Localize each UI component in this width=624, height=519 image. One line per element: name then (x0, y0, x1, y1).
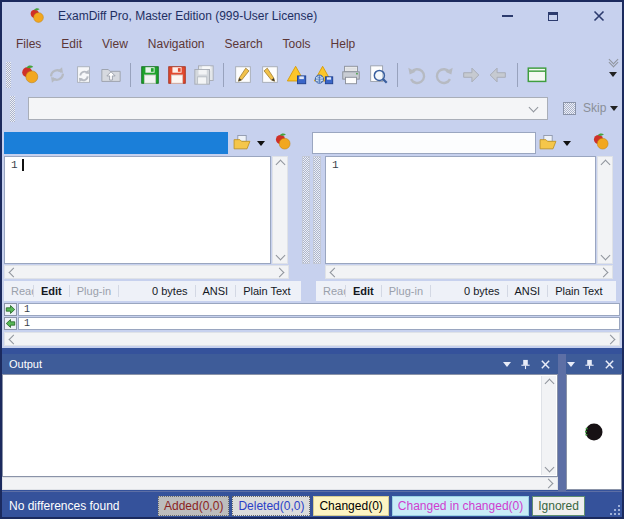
changed-badge[interactable]: Changed(0) (313, 496, 388, 516)
combobox-dropdown-icon[interactable] (529, 102, 539, 112)
toolbar-overflow-button[interactable] (609, 59, 617, 77)
scroll-up-icon[interactable] (600, 160, 610, 170)
title-bar[interactable]: ExamDiff Pro, Master Edition (999-User L… (2, 2, 622, 30)
scroll-up-icon[interactable] (275, 160, 285, 170)
left-editor[interactable]: 1 (4, 156, 271, 264)
left-open-dropdown-icon[interactable] (257, 141, 265, 146)
scroll-up-icon[interactable] (544, 379, 554, 389)
scroll-right-icon[interactable] (599, 267, 609, 277)
right-open-dropdown-icon[interactable] (563, 141, 571, 146)
menu-view[interactable]: View (92, 33, 138, 55)
scroll-down-icon[interactable] (275, 251, 285, 261)
toolbar-grip[interactable] (6, 62, 11, 88)
menu-navigation[interactable]: Navigation (138, 33, 215, 55)
right-vertical-scrollbar[interactable] (597, 156, 613, 264)
output-horizontal-scrollbar[interactable] (2, 477, 558, 490)
left-plugin-indicator[interactable]: Plug-in (70, 285, 119, 297)
previous-difference-button[interactable] (486, 63, 510, 87)
text-caret (22, 159, 24, 171)
statistics-panel-title-bar[interactable] (566, 354, 622, 374)
open-folder-up-button[interactable] (99, 63, 123, 87)
close-icon[interactable] (604, 359, 615, 370)
left-readonly-indicator[interactable]: Read (4, 285, 34, 297)
added-badge[interactable]: Added(0,0) (158, 496, 229, 516)
minimize-icon (502, 15, 513, 17)
right-syntax[interactable]: Plain Text (548, 285, 610, 297)
changed-in-changed-badge[interactable]: Changed in changed(0) (392, 496, 529, 516)
save-differences-web-button[interactable] (312, 63, 336, 87)
skip-checkbox[interactable] (563, 102, 576, 115)
save-both-button[interactable] (192, 63, 216, 87)
close-icon[interactable] (540, 359, 551, 370)
left-open-file-button[interactable] (231, 132, 253, 154)
right-encoding[interactable]: ANSI (508, 285, 549, 297)
left-encoding[interactable]: ANSI (196, 285, 237, 297)
reload-files-button[interactable] (72, 63, 96, 87)
compare-button[interactable] (18, 63, 42, 87)
pin-icon[interactable] (584, 359, 595, 370)
refresh-button[interactable] (45, 63, 69, 87)
current-line-left-text[interactable]: 1 (18, 303, 620, 316)
save-differences-button[interactable] (285, 63, 309, 87)
right-compare-button[interactable] (590, 131, 612, 153)
left-edit-indicator[interactable]: Edit (34, 285, 70, 297)
show-panel-button[interactable] (525, 63, 549, 87)
filterbar-overflow-button[interactable] (610, 106, 618, 111)
print-button[interactable] (339, 63, 363, 87)
filterbar-grip[interactable] (10, 96, 15, 122)
right-editor[interactable]: 1 (325, 156, 596, 264)
scroll-right-icon[interactable] (275, 267, 285, 277)
print-preview-button[interactable] (366, 63, 390, 87)
panel-menu-icon[interactable] (567, 362, 575, 367)
output-panel-title-bar[interactable]: Output (2, 354, 558, 374)
menu-tools[interactable]: Tools (273, 33, 321, 55)
scroll-down-icon[interactable] (544, 463, 554, 473)
scroll-down-icon[interactable] (600, 251, 610, 261)
right-edit-indicator[interactable]: Edit (346, 285, 382, 297)
left-syntax[interactable]: Plain Text (236, 285, 298, 297)
maximize-button[interactable] (530, 2, 576, 30)
scroll-right-icon[interactable] (544, 479, 554, 489)
right-open-file-button[interactable] (537, 132, 559, 154)
resize-grip[interactable] (609, 504, 621, 516)
left-filename-field[interactable] (4, 132, 228, 154)
copy-to-left-button[interactable] (4, 317, 17, 330)
left-compare-button[interactable] (272, 131, 294, 153)
menu-edit[interactable]: Edit (51, 33, 92, 55)
save-second-button[interactable] (165, 63, 189, 87)
left-vertical-scrollbar[interactable] (272, 156, 288, 264)
panel-menu-icon[interactable] (503, 362, 511, 367)
close-button[interactable] (576, 2, 622, 30)
dock-vertical-splitter[interactable] (558, 354, 566, 491)
undo-button[interactable] (405, 63, 429, 87)
scroll-left-icon[interactable] (330, 267, 340, 277)
right-plugin-indicator[interactable]: Plug-in (382, 285, 431, 297)
edit-second-button[interactable] (258, 63, 282, 87)
current-line-right-text[interactable]: 1 (18, 317, 620, 330)
output-panel-body[interactable] (2, 374, 558, 477)
menu-help[interactable]: Help (321, 33, 366, 55)
scroll-left-icon[interactable] (9, 334, 19, 344)
right-readonly-indicator[interactable]: Read (316, 285, 346, 297)
save-first-button[interactable] (138, 63, 162, 87)
deleted-badge[interactable]: Deleted(0,0) (232, 496, 310, 516)
left-horizontal-scrollbar[interactable] (4, 265, 289, 279)
current-line-horizontal-scrollbar[interactable] (4, 332, 620, 346)
scroll-right-icon[interactable] (606, 334, 616, 344)
redo-button[interactable] (432, 63, 456, 87)
menu-search[interactable]: Search (215, 33, 273, 55)
right-horizontal-scrollbar[interactable] (325, 265, 613, 279)
next-difference-icon (460, 64, 482, 86)
app-icon (28, 7, 46, 25)
scroll-left-icon[interactable] (9, 267, 19, 277)
minimize-button[interactable] (484, 2, 530, 30)
right-filename-field[interactable] (312, 132, 536, 154)
output-vertical-scrollbar[interactable] (541, 376, 556, 475)
copy-to-right-button[interactable] (4, 303, 17, 316)
next-difference-button[interactable] (459, 63, 483, 87)
pin-icon[interactable] (520, 359, 531, 370)
edit-first-button[interactable] (231, 63, 255, 87)
file-filter-combobox[interactable] (28, 97, 548, 120)
menu-files[interactable]: Files (6, 33, 51, 55)
ignored-badge[interactable]: Ignored (532, 496, 585, 516)
